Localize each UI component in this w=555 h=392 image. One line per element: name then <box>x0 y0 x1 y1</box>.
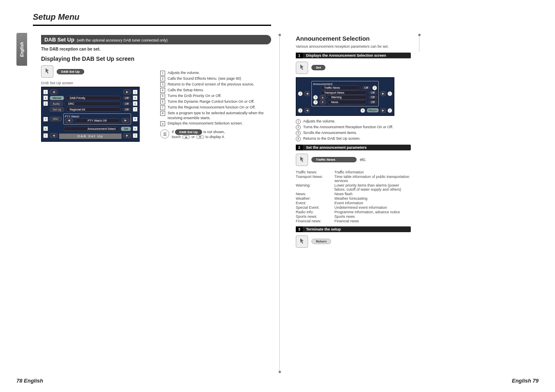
def-v-8: Sports news <box>334 214 411 219</box>
page-left[interactable]: ◀ <box>50 133 58 138</box>
column-separator-1 <box>279 35 280 372</box>
circ-1-top: 1 <box>298 91 303 96</box>
ann-row-0-val[interactable]: Off <box>362 86 371 90</box>
ann-return-btn[interactable]: Return <box>367 108 379 113</box>
def-k-7: Radio Info: <box>296 210 333 214</box>
return-pill[interactable]: Return <box>311 239 331 244</box>
dab-banner-title: DAB Set Up <box>44 37 74 43</box>
ann-heading: Announcement Selection <box>296 35 411 42</box>
def-v-6: Undetermined event information <box>334 205 411 210</box>
language-tab-label: English <box>20 42 24 57</box>
note-8: Sets a program type to be selected autom… <box>168 111 271 120</box>
tip-prefix: If <box>172 130 174 134</box>
step3-label: Terminate the setup <box>304 226 343 232</box>
step1-label: Displays the Announcement Selection scre… <box>304 53 388 58</box>
pty-watch-group: PTY Watch <box>65 115 129 118</box>
note-6: Turns the Dynamic Range Control function… <box>168 99 271 104</box>
step2-tap: Traffic News etc. <box>296 154 411 166</box>
ann-row-2-val[interactable]: Off <box>368 95 377 99</box>
dab-setup-pill[interactable]: DAB Set Up <box>57 69 84 74</box>
row-ann-select: Announcement Select <box>64 127 119 131</box>
note-marker-8: 8 <box>160 111 165 116</box>
row-regional-val[interactable]: Off <box>122 108 131 111</box>
cnote-marker-4: 4 <box>296 136 301 141</box>
touch-icon-4 <box>296 235 308 248</box>
pty-left[interactable]: ◀ <box>65 118 73 123</box>
def-v-7: Programme information, advance notice <box>334 210 411 214</box>
step1-num: 1 <box>296 53 303 58</box>
ann-vol-right[interactable]: ▶ <box>380 91 386 96</box>
dab-tap-instruction: DAB Set Up <box>41 65 156 78</box>
set-pill[interactable]: Set <box>311 65 325 70</box>
row-dab-priority-val[interactable]: Off <box>122 96 131 100</box>
menu-button[interactable]: Menue <box>50 96 64 100</box>
cnote-1: Adjusts the volume. <box>303 119 411 124</box>
cnote-3: Scrolls the Announcement items. <box>303 131 411 136</box>
touch-icon-3 <box>296 154 308 166</box>
dab-heading: Displaying the DAB Set Up screen <box>41 55 140 62</box>
ann-row-0[interactable]: Traffic News <box>320 85 360 90</box>
cnote-marker-3: 3 <box>296 131 301 136</box>
def-k-8: Sports news: <box>296 214 333 219</box>
setup-button[interactable]: Set Up <box>50 107 64 112</box>
def-k-1: Transport News: <box>296 175 333 183</box>
tip-line2a: touch <box>172 135 181 139</box>
marker-1: 1 <box>43 90 48 95</box>
marker-4: 4 <box>43 95 48 100</box>
page-title: Setup Menu <box>33 12 79 22</box>
down-arrow-pill[interactable]: ▼ <box>196 135 205 139</box>
ann-select-set[interactable]: Set <box>121 127 131 131</box>
circ-1-top-r: 1 <box>387 91 392 96</box>
step3-header: 3 Terminate the setup <box>296 226 411 232</box>
ann-intro: Various announcement reception parameter… <box>296 44 411 49</box>
ann-row-1-val[interactable]: Off <box>368 91 377 95</box>
def-v-0: Traffic information <box>334 170 411 174</box>
marker-7: 7 <box>133 107 138 112</box>
def-v-3: News flash <box>334 192 411 196</box>
cnote-2: Turns the Announcement Reception functio… <box>303 125 411 130</box>
page-right[interactable]: ▶ <box>123 133 131 138</box>
def-k-3: News: <box>296 192 333 196</box>
ann-row-1[interactable]: Transport News <box>320 90 367 95</box>
ann-row-3-val[interactable]: Off <box>368 100 377 104</box>
ann-page-right[interactable]: ▶ <box>380 108 386 113</box>
def-v-9: Financial news <box>334 219 411 223</box>
ann-vol-left[interactable]: ◀ <box>304 91 310 96</box>
def-k-0: Traffic News: <box>296 170 333 174</box>
ann-group-label: Announcement <box>313 83 377 85</box>
row-drc-val[interactable]: Off <box>122 102 131 106</box>
vol-slider-right[interactable]: ▶ <box>123 90 131 95</box>
marker-6: 6 <box>133 101 138 106</box>
row-drc[interactable]: DRC <box>64 101 121 106</box>
footer-left: 78 English <box>16 378 43 384</box>
note-1: Adjusts the volume. <box>168 71 271 76</box>
step1-tap: Set <box>296 62 411 74</box>
ann-page-left[interactable]: ◀ <box>304 108 310 113</box>
ann-row-2[interactable]: Warning <box>327 95 367 99</box>
row-pty[interactable]: PTY Watch Off <box>74 118 120 123</box>
note-marker-7: 7 <box>160 105 165 110</box>
touch-icon <box>41 65 53 78</box>
ann-scroll-down[interactable]: ▼ <box>320 100 326 104</box>
footer-right: English 79 <box>512 378 539 384</box>
up-arrow-pill[interactable]: ▲ <box>182 135 191 139</box>
row-dab-priority[interactable]: DAB Priority <box>66 96 120 100</box>
note-marker-1: 1 <box>160 71 165 76</box>
audio-button[interactable]: Audio <box>50 101 63 106</box>
marker-8: 8 <box>133 117 138 122</box>
vol-slider-left[interactable]: ◀ <box>50 90 58 95</box>
traffic-news-pill[interactable]: Traffic News <box>311 157 357 162</box>
marker-9: 9 <box>133 126 138 131</box>
ann-row-3[interactable]: News <box>327 100 367 104</box>
pty-right[interactable]: ▶ <box>122 118 129 123</box>
note-9: Displays the Announcement Selection scre… <box>168 121 271 126</box>
note-marker-6: 6 <box>160 99 165 104</box>
src-button[interactable]: SRC <box>50 117 62 121</box>
marker-5: 5 <box>133 95 138 100</box>
ann-scroll-up[interactable]: ▲ <box>320 95 326 99</box>
ann-screenshot: 1 ◀ Announcement Traffic News Off 2 Tran… <box>296 77 394 116</box>
dab-screenshot-caption: DAB Set Up screen <box>41 81 156 85</box>
row-regional[interactable]: Regional Inf. <box>66 107 120 112</box>
def-k-4: Weather: <box>296 196 333 201</box>
step2-num: 2 <box>296 145 303 150</box>
